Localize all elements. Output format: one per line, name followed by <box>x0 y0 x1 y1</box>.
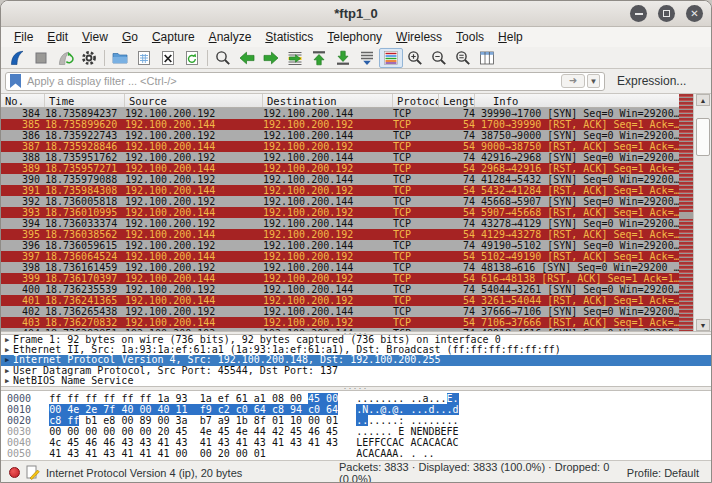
start-capture-button[interactable] <box>5 48 29 68</box>
menu-view[interactable]: View <box>75 28 115 46</box>
go-back-button[interactable] <box>235 48 259 68</box>
go-forward-icon <box>262 49 280 67</box>
hex-row[interactable]: 0050 41 43 41 43 41 41 41 00 00 20 00 01… <box>7 448 711 459</box>
display-filter-field[interactable]: ➜ ▼ <box>5 72 605 91</box>
resize-columns-button[interactable] <box>475 48 499 68</box>
packet-row[interactable]: 39918.736170397192.100.200.144192.100.20… <box>1 273 679 284</box>
find-packet-button[interactable] <box>211 48 235 68</box>
packet-row[interactable]: 38818.735951762192.100.200.192192.100.20… <box>1 152 679 163</box>
packet-row[interactable]: 38418.735894237192.100.200.192192.100.20… <box>1 108 679 119</box>
capture-comment-icon[interactable] <box>26 465 40 480</box>
expand-arrow-icon[interactable]: ▶ <box>1 335 13 345</box>
menu-go[interactable]: Go <box>115 28 145 46</box>
close-button[interactable]: ✕ <box>686 5 703 22</box>
packet-row[interactable]: 38618.735922743192.100.200.192192.100.20… <box>1 130 679 141</box>
restart-capture-button[interactable] <box>53 48 77 68</box>
expert-info-icon[interactable] <box>9 467 20 478</box>
packet-row[interactable]: 40218.736265438192.100.200.192192.100.20… <box>1 306 679 317</box>
cell-destination: 192.100.200.192 <box>263 185 393 196</box>
column-header-protocol[interactable]: Protocol <box>393 94 439 107</box>
cell-destination: 192.100.200.144 <box>263 262 393 273</box>
cell-length: 54 <box>439 207 475 218</box>
expand-arrow-icon[interactable]: ▶ <box>1 355 13 365</box>
menu-analyze[interactable]: Analyze <box>202 28 259 46</box>
minimize-button[interactable] <box>630 5 647 22</box>
hex-row[interactable]: 0000 ff ff ff ff ff ff 1a 93 1a ef 61 a1… <box>7 393 711 404</box>
hex-row[interactable]: 0040 4c 45 46 46 43 43 41 43 41 43 41 43… <box>7 437 711 448</box>
menu-edit[interactable]: Edit <box>40 28 75 46</box>
go-forward-button[interactable] <box>259 48 283 68</box>
open-file-button[interactable] <box>108 48 132 68</box>
filter-dropdown-button[interactable]: ▼ <box>587 74 600 88</box>
hex-row[interactable]: 0020 c8 ff b1 e8 00 89 00 3a b7 a9 1b 8f… <box>7 415 711 426</box>
cell-destination: 192.100.200.144 <box>263 108 393 119</box>
zoom-in-button[interactable] <box>403 48 427 68</box>
menu-wireless[interactable]: Wireless <box>389 28 449 46</box>
menu-capture[interactable]: Capture <box>145 28 202 46</box>
packet-row[interactable]: 39218.736005818192.100.200.192192.100.20… <box>1 196 679 207</box>
menu-file[interactable]: File <box>7 28 40 46</box>
cell-no: 393 <box>1 207 45 218</box>
menu-statistics[interactable]: Statistics <box>258 28 320 46</box>
cell-no: 396 <box>1 240 45 251</box>
hex-offset: 0040 <box>7 437 31 448</box>
hex-row[interactable]: 0030 00 00 00 00 00 00 20 45 4e 45 4e 44… <box>7 426 711 437</box>
cell-time: 18.736010995 <box>45 207 125 218</box>
menu-help[interactable]: Help <box>491 28 530 46</box>
go-to-packet-button[interactable] <box>283 48 307 68</box>
zoom-out-button[interactable] <box>427 48 451 68</box>
colorize-button[interactable] <box>379 48 403 68</box>
go-to-bottom-icon <box>334 49 352 67</box>
packet-minimap[interactable] <box>679 94 693 331</box>
packet-row[interactable]: 38518.735899620192.100.200.144192.100.20… <box>1 119 679 130</box>
packet-row[interactable]: 39018.735979088192.100.200.192192.100.20… <box>1 174 679 185</box>
column-header-length[interactable]: Length <box>439 94 475 107</box>
title-bar[interactable]: *ftp1_0 ✕ <box>1 1 711 27</box>
column-header-time[interactable]: Time <box>45 94 125 107</box>
menu-telephony[interactable]: Telephony <box>320 28 389 46</box>
filter-bookmark-icon[interactable] <box>10 74 21 88</box>
status-profile[interactable]: Profile: Default <box>627 467 703 479</box>
packet-row[interactable]: 39818.736161459192.100.200.192192.100.20… <box>1 262 679 273</box>
cell-time: 18.736270832 <box>45 317 125 328</box>
cell-no: 401 <box>1 295 45 306</box>
packet-row[interactable]: 39318.736010995192.100.200.144192.100.20… <box>1 207 679 218</box>
scroll-down-icon[interactable]: ▼ <box>696 319 710 331</box>
save-file-button[interactable] <box>132 48 156 68</box>
packet-row[interactable]: 39118.735984308192.100.200.144192.100.20… <box>1 185 679 196</box>
expression-button[interactable]: Expression... <box>617 74 686 88</box>
column-header-info[interactable]: Info <box>475 94 679 107</box>
packet-row[interactable]: 39618.736059615192.100.200.192192.100.20… <box>1 240 679 251</box>
display-filter-input[interactable] <box>25 74 561 88</box>
packet-row[interactable]: 39518.736038562192.100.200.144192.100.20… <box>1 229 679 240</box>
expand-arrow-icon[interactable]: ▶ <box>1 376 13 386</box>
packet-row[interactable]: 38918.735957271192.100.200.144192.100.20… <box>1 163 679 174</box>
capture-options-button[interactable] <box>77 48 101 68</box>
add-filter-button[interactable]: + <box>706 73 712 89</box>
packet-row[interactable]: 40018.736235539192.100.200.192192.100.20… <box>1 284 679 295</box>
packet-list-scrollbar[interactable]: ▲ ▼ <box>693 94 712 331</box>
column-header-destination[interactable]: Destination <box>263 94 393 107</box>
maximize-button[interactable] <box>658 5 675 22</box>
packet-row[interactable]: 39718.736064524192.100.200.144192.100.20… <box>1 251 679 262</box>
hex-row[interactable]: 0010 00 4e 2e 7f 40 00 40 11 f9 c2 c0 64… <box>7 404 711 415</box>
zoom-original-button[interactable] <box>451 48 475 68</box>
expand-arrow-icon[interactable]: ▶ <box>1 366 13 376</box>
menu-tools[interactable]: Tools <box>449 28 491 46</box>
packet-row[interactable]: 38718.735928846192.100.200.144192.100.20… <box>1 141 679 152</box>
apply-filter-button[interactable]: ➜ <box>561 74 585 88</box>
packet-row[interactable]: 39418.736033374192.100.200.192192.100.20… <box>1 218 679 229</box>
packet-row[interactable]: 40118.736241365192.100.200.144192.100.20… <box>1 295 679 306</box>
scrollbar-thumb[interactable] <box>696 118 710 156</box>
packet-row[interactable]: 40318.736270832192.100.200.144192.100.20… <box>1 317 679 328</box>
scroll-up-icon[interactable]: ▲ <box>696 94 710 106</box>
go-to-bottom-button[interactable] <box>331 48 355 68</box>
reload-file-button[interactable] <box>180 48 204 68</box>
stop-capture-button[interactable] <box>29 48 53 68</box>
close-file-button[interactable] <box>156 48 180 68</box>
go-to-top-button[interactable] <box>307 48 331 68</box>
expand-arrow-icon[interactable]: ▶ <box>1 345 13 355</box>
column-header-no[interactable]: No. <box>1 94 45 107</box>
column-header-source[interactable]: Source <box>125 94 263 107</box>
auto-scroll-button[interactable] <box>355 48 379 68</box>
